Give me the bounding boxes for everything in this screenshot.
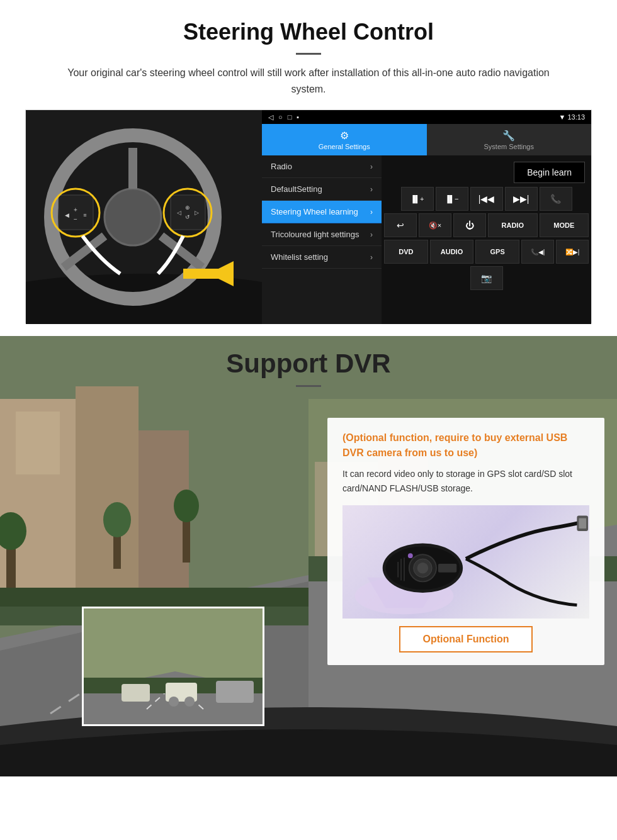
signal-icon: ▼ [559,113,568,121]
section1-title: Steering Wheel Control [25,19,592,45]
gps-btn[interactable]: GPS [475,240,519,264]
steering-wheel-image: + − ◀ ≡ ⊕ ↺ ◁ ▷ [26,110,262,324]
power-btn[interactable]: ⏻ [453,213,486,237]
status-time: ▼ 13:13 [559,113,585,121]
menu-default-label: DefaultSetting [271,184,322,194]
svg-rect-54 [438,564,456,573]
control-panel: Begin learn ▐▌+ ▐▌− |◀◀ ▶▶| 📞 ↩ [382,155,591,324]
svg-text:◁: ◁ [177,210,181,216]
chevron-icon: › [370,185,373,194]
android-content: Radio › DefaultSetting › Steering Wheel … [262,155,591,324]
mode-btn[interactable]: MODE [540,213,589,237]
dvr-description: It can record video only to storage in G… [342,467,589,495]
next-track-btn[interactable]: ▶▶| [505,187,538,211]
chevron-icon: › [370,230,373,239]
svg-rect-12 [171,195,205,230]
svg-point-64 [169,697,179,707]
nav-back-icon: ◁ [268,113,273,121]
svg-text:≡: ≡ [83,212,86,218]
dvr-optional-text: (Optional function, require to buy exter… [342,430,589,461]
control-row-2: ↩ 🔇× ⏻ RADIO MODE [384,213,589,237]
radio-btn[interactable]: RADIO [488,213,538,237]
android-status-bar: ◁ ○ □ ▪ ▼ 13:13 [262,110,591,124]
svg-text:+: + [74,206,77,213]
control-row-3: DVD AUDIO GPS 📞◀| 🔀▶| [384,240,589,264]
dvr-title: Support DVR [0,349,617,379]
steering-wheel-svg: + − ◀ ≡ ⊕ ↺ ◁ ▷ [26,110,262,324]
nav-recent-icon: □ [288,113,292,121]
dvr-info-card: (Optional function, require to buy exter… [327,418,604,665]
svg-rect-62 [122,684,150,702]
dvr-divider [296,385,321,387]
begin-learn-row: Begin learn [384,158,589,184]
android-tabs[interactable]: ⚙ General Settings 🔧 System Settings [262,124,591,155]
menu-item-whitelist[interactable]: Whitelist setting › [262,246,382,269]
phone-btn[interactable]: 📞 [540,187,572,211]
optional-function-button[interactable]: Optional Function [399,626,533,652]
menu-item-steering[interactable]: Steering Wheel learning › [262,201,382,223]
menu-list: Radio › DefaultSetting › Steering Wheel … [262,155,382,324]
system-icon: 🔧 [502,130,515,142]
tab-system-label: System Settings [484,143,534,150]
control-row-1: ▐▌+ ▐▌− |◀◀ ▶▶| 📞 [384,187,589,211]
menu-steering-label: Steering Wheel learning [271,207,358,216]
camera-btn[interactable]: 📷 [470,266,503,290]
menu-item-tricolour[interactable]: Tricoloured light settings › [262,223,382,246]
chevron-icon: › [370,253,373,262]
vol-up-btn[interactable]: ▐▌+ [401,187,434,211]
svg-text:⊕: ⊕ [185,204,190,211]
menu-radio-label: Radio [271,162,292,171]
svg-rect-47 [579,518,586,529]
dvd-btn[interactable]: DVD [384,240,428,264]
menu-whitelist-label: Whitelist setting [271,252,328,262]
chevron-icon: › [370,162,373,171]
control-row-4: 📷 [384,266,589,290]
tab-general-label: General Settings [319,143,370,150]
svg-rect-66 [216,681,254,703]
tel-next-btn[interactable]: 🔀▶| [556,240,589,264]
dvr-thumbnail [82,607,264,726]
menu-item-radio[interactable]: Radio › [262,155,382,178]
svg-rect-20 [183,269,234,279]
dvr-camera-image [342,505,589,619]
nav-home-icon: ○ [278,113,283,121]
page-wrapper: Steering Wheel Control Your original car… [0,0,617,776]
section1-divider [296,53,321,55]
svg-point-3 [105,189,161,245]
svg-text:◀: ◀ [65,212,69,218]
svg-point-53 [408,553,413,558]
mute-btn[interactable]: 🔇× [419,213,451,237]
vol-down-btn[interactable]: ▐▌− [436,187,468,211]
dvr-thumb-svg [84,608,264,726]
hang-up-btn[interactable]: ↩ [384,213,417,237]
svg-text:▷: ▷ [195,210,199,216]
svg-point-52 [417,563,429,574]
tab-general-settings[interactable]: ⚙ General Settings [262,124,427,155]
menu-item-default[interactable]: DefaultSetting › [262,178,382,201]
section-steering-wheel: Steering Wheel Control Your original car… [0,0,617,336]
chevron-icon: › [370,208,373,216]
section-dvr: Support DVR (Optional function, require … [0,336,617,776]
time-display: 13:13 [567,113,585,121]
steering-container: + − ◀ ≡ ⊕ ↺ ◁ ▷ [25,109,592,323]
svg-text:−: − [74,216,77,223]
tel-prev-btn[interactable]: 📞◀| [521,240,554,264]
section1-subtitle: Your original car's steering wheel contr… [50,65,567,97]
status-icons: ◁ ○ □ ▪ [268,113,299,121]
begin-learn-button[interactable]: Begin learn [514,162,585,183]
gear-icon: ⚙ [340,130,349,142]
svg-text:↺: ↺ [185,214,190,220]
menu-tricolour-label: Tricoloured light settings [271,230,359,239]
dvr-camera-svg [342,508,589,615]
svg-point-65 [184,697,195,707]
dvr-title-area: Support DVR [0,349,617,387]
android-panel: ◁ ○ □ ▪ ▼ 13:13 ⚙ General Settings [262,110,591,324]
nav-menu-icon: ▪ [297,113,299,121]
prev-track-btn[interactable]: |◀◀ [470,187,503,211]
audio-btn[interactable]: AUDIO [430,240,474,264]
tab-system-settings[interactable]: 🔧 System Settings [427,124,592,155]
